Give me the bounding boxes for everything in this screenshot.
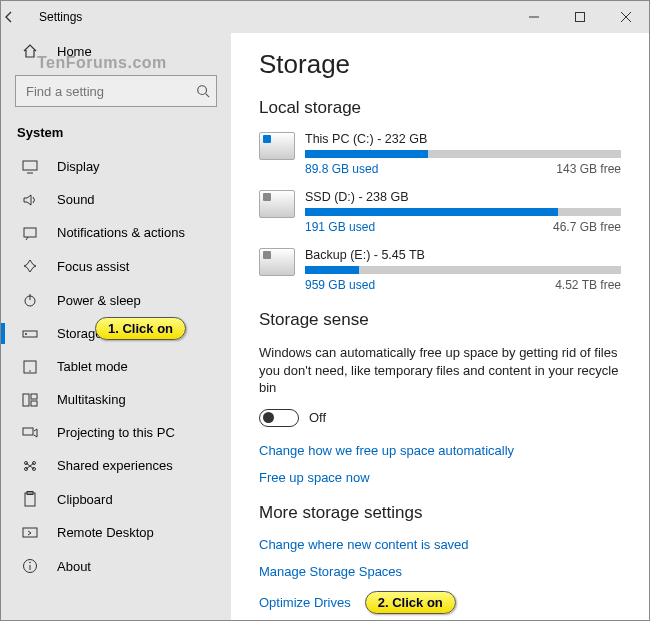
drive-icon [259,190,295,218]
projecting-icon [21,426,39,440]
more-storage-heading: More storage settings [259,503,621,523]
settings-window: Settings TenForums.com 1. Click on Home [0,0,650,621]
tablet-icon [21,360,39,374]
search-input[interactable] [24,83,196,100]
svg-point-12 [25,333,27,335]
svg-point-4 [198,86,207,95]
toggle-label: Off [309,410,326,425]
local-storage-heading: Local storage [259,98,621,118]
nav-notifications[interactable]: Notifications & actions [1,216,231,249]
titlebar: Settings [1,1,649,33]
nav-projecting[interactable]: Projecting to this PC [1,416,231,449]
section-heading: System [1,121,231,150]
free-label: 143 GB free [556,162,621,176]
link-free-up-now[interactable]: Free up space now [259,470,621,485]
link-new-content[interactable]: Change where new content is saved [259,537,621,552]
link-optimize-drives[interactable]: Optimize Drives [259,595,351,610]
svg-point-28 [29,562,31,564]
nav-multitasking[interactable]: Multitasking [1,383,231,416]
drive-icon [259,248,295,276]
drive-d[interactable]: SSD (D:) - 238 GB 191 GB used46.7 GB fre… [259,190,621,234]
power-icon [21,292,39,308]
nav-shared-experiences[interactable]: Shared experiences [1,449,231,482]
svg-rect-6 [23,161,37,170]
multitasking-icon [21,393,39,407]
link-change-auto-free[interactable]: Change how we free up space automaticall… [259,443,621,458]
home-icon [21,43,39,59]
used-label: 191 GB used [305,220,375,234]
used-label: 959 GB used [305,278,375,292]
usage-bar [305,150,621,158]
free-label: 4.52 TB free [555,278,621,292]
nav-display[interactable]: Display [1,150,231,183]
nav-list: Display Sound Notifications & actions Fo… [1,150,231,583]
svg-line-5 [206,94,210,98]
minimize-button[interactable] [511,1,557,33]
svg-rect-15 [23,394,29,406]
search-input-wrap[interactable] [15,75,217,107]
nav-about[interactable]: About [1,549,231,583]
storage-icon [21,328,39,340]
storage-sense-heading: Storage sense [259,310,621,330]
clipboard-icon [21,491,39,507]
nav-tablet-mode[interactable]: Tablet mode [1,350,231,383]
free-label: 46.7 GB free [553,220,621,234]
usage-bar [305,266,621,274]
display-icon [21,160,39,174]
close-button[interactable] [603,1,649,33]
drive-name: SSD (D:) - 238 GB [305,190,621,204]
shared-icon [21,459,39,473]
content-pane: Storage Local storage This PC (C:) - 232… [231,33,649,620]
maximize-button[interactable] [557,1,603,33]
drive-name: Backup (E:) - 5.45 TB [305,248,621,262]
remote-icon [21,526,39,540]
nav-remote-desktop[interactable]: Remote Desktop [1,516,231,549]
back-button[interactable] [1,9,35,25]
drive-name: This PC (C:) - 232 GB [305,132,621,146]
search-icon [196,84,210,98]
home-nav[interactable]: Home [1,33,231,69]
page-title: Storage [259,49,621,80]
drive-icon [259,132,295,160]
focus-icon [21,258,39,274]
nav-sound[interactable]: Sound [1,183,231,216]
nav-power-sleep[interactable]: Power & sleep [1,283,231,317]
nav-clipboard[interactable]: Clipboard [1,482,231,516]
about-icon [21,558,39,574]
drive-e[interactable]: Backup (E:) - 5.45 TB 959 GB used4.52 TB… [259,248,621,292]
drive-c[interactable]: This PC (C:) - 232 GB 89.8 GB used143 GB… [259,132,621,176]
svg-rect-16 [31,394,37,399]
storage-sense-description: Windows can automatically free up space … [259,344,621,397]
home-label: Home [57,44,92,59]
svg-rect-1 [576,13,585,22]
svg-rect-8 [24,228,36,237]
nav-focus-assist[interactable]: Focus assist [1,249,231,283]
usage-bar [305,208,621,216]
link-storage-spaces[interactable]: Manage Storage Spaces [259,564,621,579]
callout-2: 2. Click on [365,591,456,614]
svg-rect-17 [31,401,37,406]
callout-1: 1. Click on [95,317,186,340]
sound-icon [21,193,39,207]
notifications-icon [21,226,39,240]
window-controls [511,1,649,33]
svg-rect-18 [23,428,33,435]
used-label: 89.8 GB used [305,162,378,176]
window-title: Settings [35,10,82,24]
storage-sense-toggle[interactable] [259,409,299,427]
svg-point-14 [29,370,31,372]
